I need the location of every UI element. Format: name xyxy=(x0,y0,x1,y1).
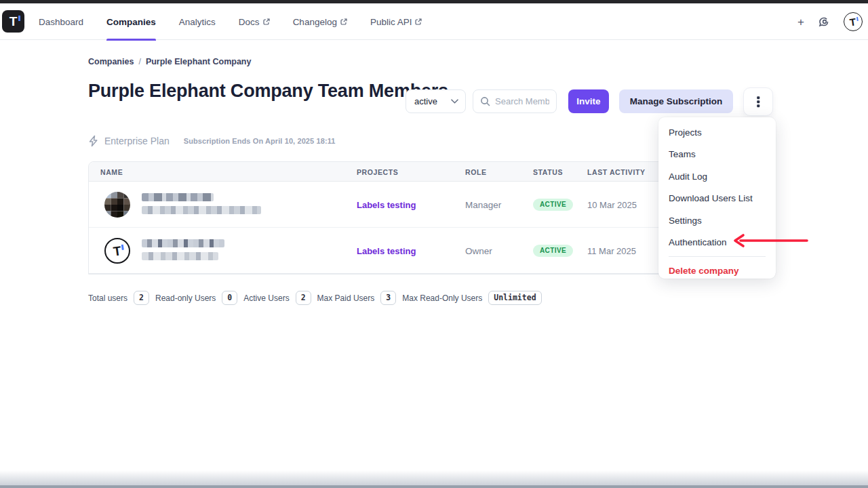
user-stats-row: Total users 2 Read-only Users 0 Active U… xyxy=(88,291,542,305)
stat-label-readonly-users: Read-only Users xyxy=(155,293,216,303)
avatar-logo-letter: T xyxy=(849,16,856,27)
window-bottom-edge xyxy=(0,485,868,488)
nav-item-companies[interactable]: Companies xyxy=(106,3,156,40)
search-box xyxy=(473,89,557,113)
menu-item-download-users-list[interactable]: Download Users List xyxy=(658,188,776,210)
column-header-projects: PROJECTS xyxy=(357,162,398,182)
status-badge: ACTIVE xyxy=(533,199,573,211)
breadcrumb: Companies / Purple Elephant Company xyxy=(88,57,251,66)
member-avatar-logo: T xyxy=(104,238,130,264)
breadcrumb-separator: / xyxy=(138,57,140,66)
page-title: Purple Elephant Company Team Members xyxy=(88,81,454,100)
menu-item-projects[interactable]: Projects xyxy=(658,121,776,144)
menu-item-settings[interactable]: Settings xyxy=(658,209,776,232)
search-input[interactable] xyxy=(495,96,549,106)
window-bottom-fade xyxy=(0,470,868,485)
breadcrumb-current[interactable]: Purple Elephant Company xyxy=(146,57,252,66)
navbar-right-actions: + T xyxy=(797,3,863,40)
user-avatar[interactable]: T xyxy=(844,12,863,31)
company-options-menu: Projects Teams Audit Log Download Users … xyxy=(658,117,776,279)
status-filter-value: active xyxy=(414,96,437,106)
nav-item-changelog[interactable]: Changelog xyxy=(293,3,347,40)
menu-item-teams[interactable]: Teams xyxy=(658,144,776,166)
assistant-icon[interactable] xyxy=(818,16,830,28)
brand-logo[interactable]: T xyxy=(2,10,24,33)
plan-label: Enterprise Plan xyxy=(104,136,170,146)
breadcrumb-companies[interactable]: Companies xyxy=(88,57,134,66)
lightning-bolt-icon xyxy=(88,135,99,147)
subscription-note: Subscription Ends On April 10, 2025 18:1… xyxy=(184,137,336,145)
column-header-status: STATUS xyxy=(533,162,563,182)
primary-nav: Dashboard Companies Analytics Docs Chang… xyxy=(39,3,422,40)
stat-label-max-paid-users: Max Paid Users xyxy=(317,293,375,303)
external-link-icon xyxy=(340,18,347,25)
nav-item-dashboard[interactable]: Dashboard xyxy=(39,3,83,40)
status-filter-select[interactable]: active xyxy=(406,89,466,113)
app-window: T Dashboard Companies Analytics Docs Cha… xyxy=(0,0,868,488)
kebab-menu-icon xyxy=(757,100,760,103)
nav-item-docs[interactable]: Docs xyxy=(239,3,270,40)
stat-value-readonly-users: 0 xyxy=(222,291,237,305)
add-icon[interactable]: + xyxy=(797,16,804,28)
redacted-name xyxy=(142,239,224,265)
menu-item-authentication[interactable]: Authentication xyxy=(658,232,776,254)
menu-item-audit-log[interactable]: Audit Log xyxy=(658,165,776,188)
column-header-last-activity: LAST ACTIVITY xyxy=(587,162,646,182)
status-badge: ACTIVE xyxy=(533,245,573,257)
project-link[interactable]: Labels testing xyxy=(357,200,416,210)
nav-item-analytics[interactable]: Analytics xyxy=(179,3,216,40)
menu-item-delete-company[interactable]: Delete company xyxy=(658,260,776,282)
column-header-name: NAME xyxy=(100,162,123,182)
manage-subscription-button[interactable]: Manage Subscription xyxy=(619,89,733,113)
stat-value-max-paid-users: 3 xyxy=(380,291,396,305)
more-options-button[interactable] xyxy=(743,87,773,116)
external-link-icon xyxy=(263,18,270,25)
stat-label-active-users: Active Users xyxy=(243,293,289,303)
stat-value-active-users: 2 xyxy=(296,291,311,305)
chevron-down-icon xyxy=(451,99,458,104)
brand-logo-letter: T xyxy=(9,15,18,28)
last-activity-date: 11 Mar 2025 xyxy=(587,246,636,256)
menu-divider xyxy=(669,256,766,257)
stat-value-max-readonly-users: Unlimited xyxy=(488,291,541,305)
top-navbar: T Dashboard Companies Analytics Docs Cha… xyxy=(0,3,868,40)
stat-value-total-users: 2 xyxy=(134,291,149,305)
stat-label-max-readonly-users: Max Read-Only Users xyxy=(402,293,482,303)
search-icon xyxy=(480,96,490,106)
invite-button[interactable]: Invite xyxy=(568,89,609,113)
plan-row: Enterprise Plan Subscription Ends On Apr… xyxy=(88,135,336,147)
member-avatar-redacted xyxy=(104,192,130,218)
redacted-name xyxy=(142,193,261,219)
project-link[interactable]: Labels testing xyxy=(357,246,416,256)
last-activity-date: 10 Mar 2025 xyxy=(587,200,637,210)
member-role: Manager xyxy=(465,200,501,210)
stat-label-total-users: Total users xyxy=(88,293,127,303)
external-link-icon xyxy=(415,18,422,25)
nav-item-public-api[interactable]: Public API xyxy=(370,3,422,40)
avatar-logo-letter: T xyxy=(113,244,122,258)
column-header-role: ROLE xyxy=(465,162,487,182)
member-role: Owner xyxy=(465,246,492,256)
